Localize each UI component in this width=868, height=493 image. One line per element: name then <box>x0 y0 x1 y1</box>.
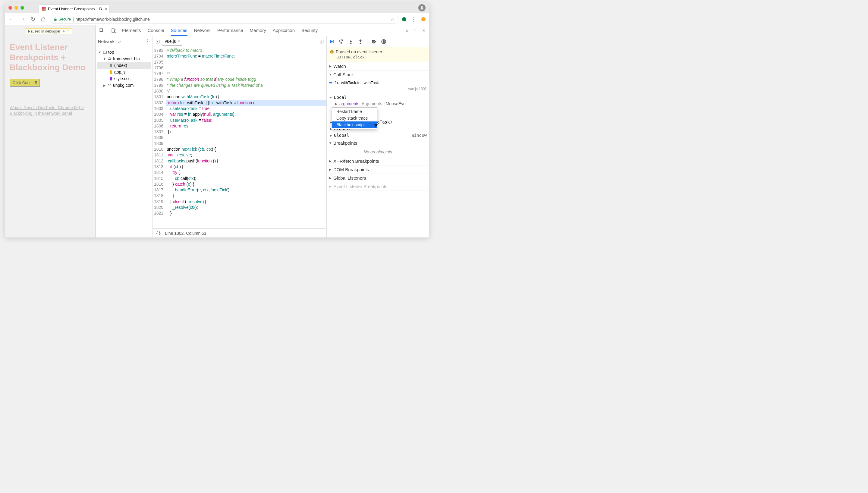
devtools-body: Network » ⋮ ▼ top ▼ framework <box>95 36 429 237</box>
browser-tab[interactable]: Event Listener Breakpoints + B × <box>39 4 109 13</box>
nav-left-icon[interactable] <box>155 39 161 45</box>
stack-frame[interactable]: ➨ fn._withTask.fn._withTask <box>327 79 429 86</box>
tree-file[interactable]: (index) <box>97 62 151 69</box>
devtools-tab-network[interactable]: Network <box>194 25 211 36</box>
code-line: * Wrap a function so that if any code in… <box>166 77 326 82</box>
overflow-tabs-icon[interactable]: » <box>406 28 409 34</box>
overflow-icon[interactable]: » <box>118 39 121 44</box>
js-file-icon <box>109 70 113 74</box>
device-toggle-button[interactable] <box>110 27 118 35</box>
devtools-tab-elements[interactable]: Elements <box>122 25 141 36</box>
resume-button[interactable] <box>328 39 334 45</box>
pause-exceptions-button[interactable] <box>381 39 387 45</box>
debugger-panel: i Paused on event listener BUTTON.click … <box>327 36 429 237</box>
star-icon[interactable]: ☆ <box>391 17 394 22</box>
navigator-header: Network » ⋮ <box>95 36 152 47</box>
window-controls <box>8 6 24 9</box>
extension-icon[interactable] <box>402 17 407 22</box>
devtools-menu-button[interactable]: ⋮ <box>412 27 418 34</box>
code-file-tab[interactable]: vue.js × <box>162 37 182 46</box>
devtools-tab-application[interactable]: Application <box>273 25 295 36</box>
file-icon <box>109 63 113 67</box>
step-over-button[interactable] <box>338 39 344 45</box>
scope-variable[interactable]: ▶ arguments: Arguments [MouseEve <box>327 101 429 107</box>
page-title: Event Listener Breakpoints + Blackboxing… <box>9 42 90 72</box>
event-listener-breakpoints-section: ▶Event Listener Breakpoints <box>327 182 429 191</box>
code-line <box>166 135 326 141</box>
deactivate-breakpoints-button[interactable] <box>371 39 377 45</box>
home-button[interactable] <box>40 16 47 23</box>
code-line: _resolve(ctx); <box>166 205 326 210</box>
context-menu: Restart frameCopy stack traceBlackbox sc… <box>332 107 377 129</box>
context-menu-item[interactable]: Restart frame <box>332 108 377 115</box>
svg-point-10 <box>360 43 361 44</box>
devtools-tabs: ElementsConsoleSourcesNetworkPerformance… <box>122 25 318 36</box>
menu-button[interactable]: ⋮ <box>410 15 418 24</box>
code-editor[interactable]: 1793179417951796179717981799180018011802… <box>153 47 326 229</box>
step-into-button[interactable] <box>348 39 354 45</box>
devtools-tab-sources[interactable]: Sources <box>171 25 188 36</box>
tab-title: Event Listener Breakpoints + B <box>48 7 102 11</box>
resume-mini-icon[interactable] <box>62 29 66 33</box>
code-panel: vue.js × 1793179417951796179717981799180… <box>153 36 327 237</box>
context-menu-item[interactable]: Copy stack trace <box>332 115 377 122</box>
navigator-tab-label[interactable]: Network <box>98 39 114 44</box>
code-line: try { <box>166 170 326 175</box>
svg-rect-13 <box>384 41 385 42</box>
code-tab-close-icon[interactable]: × <box>178 39 180 43</box>
code-line: } catch (e) { <box>166 181 326 187</box>
devtools-tab-memory[interactable]: Memory <box>250 25 266 36</box>
reload-button[interactable]: ↻ <box>29 15 37 24</box>
code-line: ** <box>166 71 326 77</box>
callstack-section: ▼Call Stack ➨ fn._withTask.fn._withTask … <box>327 70 429 94</box>
code-tabs: vue.js × <box>153 36 326 47</box>
extension-warning-icon[interactable] <box>421 17 426 22</box>
svg-text:i: i <box>331 51 332 53</box>
url-text: https://framework-blackboxing.glitch.me <box>75 17 150 22</box>
secure-label: Secure <box>59 17 71 21</box>
code-tab-label: vue.js <box>165 39 176 44</box>
maximize-window-icon[interactable] <box>21 6 24 9</box>
tree-file[interactable]: style.css <box>97 75 151 82</box>
step-out-button[interactable] <box>357 39 364 45</box>
nav-right-icon[interactable] <box>319 39 325 45</box>
svg-point-8 <box>341 42 342 43</box>
paused-info: i Paused on event listener BUTTON.click <box>327 47 429 62</box>
inspect-button[interactable] <box>98 27 106 35</box>
devtools-close-button[interactable]: ✕ <box>421 27 427 34</box>
tree-domain[interactable]: ▶ unpkg.com <box>97 82 151 89</box>
svg-rect-12 <box>383 41 384 42</box>
click-count-button[interactable]: Click Count: 5 <box>9 79 40 87</box>
format-icon[interactable]: {} <box>156 231 161 236</box>
devtools-tab-performance[interactable]: Performance <box>217 25 243 36</box>
code-line: callbacks.push(function () { <box>166 158 326 164</box>
svg-rect-3 <box>114 30 116 32</box>
tab-close-icon[interactable]: × <box>105 7 107 11</box>
watch-section: ▶Watch <box>327 62 429 70</box>
context-menu-item[interactable]: Blackbox script <box>332 122 377 128</box>
code-line: } <box>166 210 326 216</box>
browser-toolbar: ← → ↻ Secure | https://framework-blackbo… <box>5 13 429 25</box>
tree-file[interactable]: app.js <box>97 69 151 75</box>
step-mini-icon[interactable] <box>66 29 70 33</box>
code-line: var res = fn.apply(null, arguments); <box>166 111 326 117</box>
code-line: } <box>166 193 326 198</box>
tree-domain[interactable]: ▼ framework-bla <box>97 56 151 62</box>
browser-tabs: Event Listener Breakpoints + B × <box>39 2 109 13</box>
favicon-icon <box>42 7 46 11</box>
code-line: return fn._withTask || (fn._withTask = f… <box>166 100 326 106</box>
minimize-window-icon[interactable] <box>15 6 18 9</box>
profile-avatar[interactable] <box>418 4 426 12</box>
paused-title: Paused on event listener <box>336 49 382 54</box>
page-link[interactable]: What's New In DevTools (Chrome 66) > Bla… <box>9 105 90 116</box>
devtools-tab-security[interactable]: Security <box>301 25 318 36</box>
devtools-tab-console[interactable]: Console <box>148 25 164 36</box>
close-window-icon[interactable] <box>8 6 12 9</box>
paused-badge: Paused in debugger <box>26 28 72 34</box>
tree-root[interactable]: ▼ top <box>97 49 151 56</box>
forward-button[interactable]: → <box>19 15 26 23</box>
code-line <box>166 65 326 71</box>
back-button[interactable]: ← <box>8 15 16 23</box>
navigator-menu-icon[interactable]: ⋮ <box>145 39 150 44</box>
address-bar[interactable]: Secure | https://framework-blackboxing.g… <box>50 15 398 24</box>
